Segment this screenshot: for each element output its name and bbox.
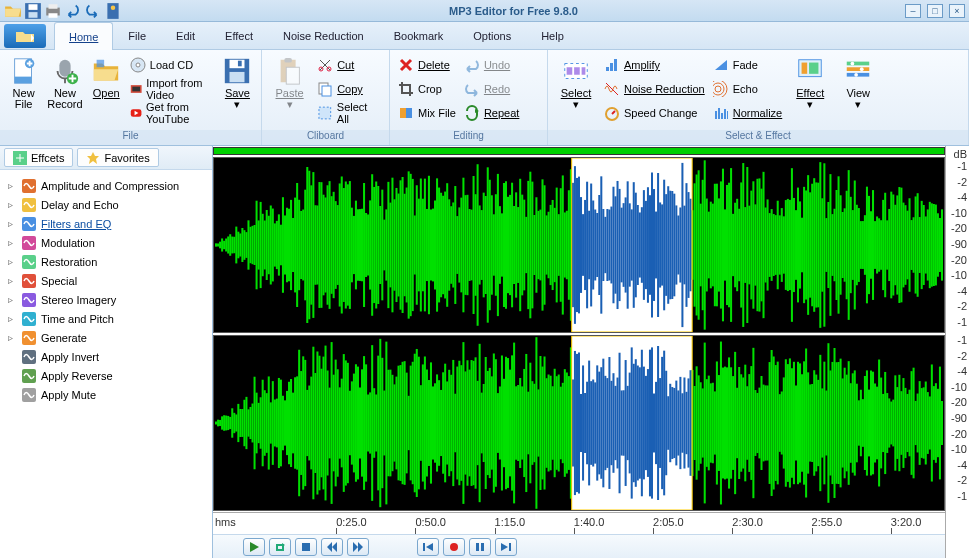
cut-button[interactable]: Cut [315,54,383,76]
tree-node[interactable]: ▹Modulation [4,233,208,252]
svg-rect-2 [29,12,38,18]
tab-options[interactable]: Options [458,22,526,49]
qat-undo-icon[interactable] [64,2,82,20]
tree-node[interactable]: Apply Mute [4,385,208,404]
new-record-button[interactable]: New Record [45,54,84,112]
get-youtube-button[interactable]: Get from YouTube [128,102,216,124]
tree-node[interactable]: ▹Amplitude and Compression [4,176,208,195]
minimize-button[interactable]: – [905,4,921,18]
close-button[interactable]: × [949,4,965,18]
crop-button[interactable]: Crop [396,78,458,100]
fade-button[interactable]: Fade [711,54,785,76]
side-tab-favorites[interactable]: Favorites [77,148,158,167]
tree-label: Apply Mute [41,389,96,401]
maximize-button[interactable]: □ [927,4,943,18]
import-video-button[interactable]: Import from Video [128,78,216,100]
svg-rect-22 [284,58,292,63]
tree-node[interactable]: ▹Filters and EQ [4,214,208,233]
qat-redo-icon[interactable] [84,2,102,20]
delete-button[interactable]: Delete [396,54,458,76]
window-buttons: – □ × [905,4,965,18]
rewind-button[interactable] [321,538,343,556]
loop-button[interactable] [269,538,291,556]
expand-icon[interactable]: ▹ [8,276,17,285]
amplify-button[interactable]: Amplify [602,54,707,76]
tree-node[interactable]: Apply Reverse [4,366,208,385]
expand-icon[interactable] [8,371,17,380]
noise-reduction-button[interactable]: Noise Reduction [602,78,707,100]
select-all-button[interactable]: Select All [315,102,383,124]
pause-button[interactable] [469,538,491,556]
category-icon [21,235,37,251]
tree-node[interactable]: ▹Special [4,271,208,290]
expand-icon[interactable]: ▹ [8,219,17,228]
tab-help[interactable]: Help [526,22,579,49]
redo-button[interactable]: Redo [462,78,521,100]
tree-node[interactable]: Apply Invert [4,347,208,366]
record-button[interactable] [443,538,465,556]
svg-rect-19 [230,72,245,82]
expand-icon[interactable] [8,352,17,361]
qat-print-icon[interactable] [44,2,62,20]
tree-node[interactable]: ▹Delay and Echo [4,195,208,214]
svg-rect-783 [423,543,425,551]
copy-button[interactable]: Copy [315,78,383,100]
expand-icon[interactable]: ▹ [8,314,17,323]
open-button[interactable]: Open [89,54,124,101]
save-button[interactable]: Save▾ [220,54,255,112]
app-menu-button[interactable] [4,24,46,48]
overview-bar[interactable] [213,147,945,155]
expand-icon[interactable]: ▹ [8,238,17,247]
view-button[interactable]: View▾ [836,54,880,112]
goto-start-button[interactable] [417,538,439,556]
new-file-button[interactable]: New File [6,54,41,112]
svg-rect-23 [286,67,299,84]
expand-icon[interactable]: ▹ [8,295,17,304]
qat-save-icon[interactable] [24,2,42,20]
svg-point-7 [111,5,116,10]
qat-settings-icon[interactable] [104,2,122,20]
tab-effect[interactable]: Effect [210,22,268,49]
paste-button[interactable]: Paste▾ [268,54,311,112]
select-button[interactable]: Select▾ [554,54,598,112]
waveform-channel-right[interactable] [213,335,945,511]
side-tab-effects[interactable]: Effcets [4,148,73,167]
tree-node[interactable]: ▹Restoration [4,252,208,271]
normalize-button[interactable]: Normalize [711,102,785,124]
echo-button[interactable]: Echo [711,78,785,100]
tree-node[interactable]: ▹Generate [4,328,208,347]
stop-button[interactable] [295,538,317,556]
expand-icon[interactable]: ▹ [8,200,17,209]
tab-noise-reduction[interactable]: Noise Reduction [268,22,379,49]
quick-access-toolbar [4,2,122,20]
expand-icon[interactable]: ▹ [8,181,17,190]
category-icon [21,292,37,308]
waveform-channel-left[interactable] [213,157,945,333]
effect-button[interactable]: Effect▾ [788,54,832,112]
svg-rect-782 [302,543,310,551]
tab-home[interactable]: Home [54,22,113,50]
svg-rect-37 [802,63,808,74]
undo-button[interactable]: Undo [462,54,521,76]
category-icon [21,387,37,403]
forward-button[interactable] [347,538,369,556]
tab-edit[interactable]: Edit [161,22,210,49]
tab-file[interactable]: File [113,22,161,49]
play-button[interactable] [243,538,265,556]
tree-node[interactable]: ▹Stereo Imagery [4,290,208,309]
ribbon: New File New Record Open Load CD Import … [0,50,969,146]
svg-rect-38 [809,63,818,74]
repeat-button[interactable]: Repeat [462,102,521,124]
mix-file-button[interactable]: Mix File [396,102,458,124]
expand-icon[interactable]: ▹ [8,257,17,266]
tree-node[interactable]: ▹Time and Pitch [4,309,208,328]
expand-icon[interactable]: ▹ [8,333,17,342]
load-cd-button[interactable]: Load CD [128,54,216,76]
speed-change-button[interactable]: Speed Change [602,102,707,124]
qat-open-icon[interactable] [4,2,22,20]
svg-rect-29 [400,108,406,118]
tab-bookmark[interactable]: Bookmark [379,22,459,49]
expand-icon[interactable] [8,390,17,399]
goto-end-button[interactable] [495,538,517,556]
tree-label: Filters and EQ [41,218,111,230]
